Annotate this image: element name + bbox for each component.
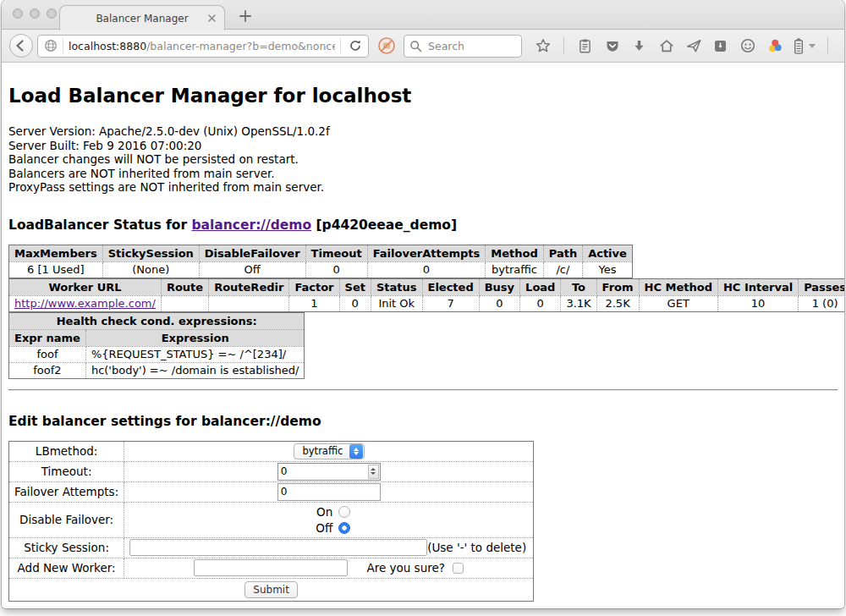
worker-url-link[interactable]: http://www.example.com/	[14, 297, 156, 310]
table-header-row: Expr name Expression	[9, 329, 305, 346]
chevron-down-icon[interactable]	[809, 44, 816, 48]
pocket-icon[interactable]	[603, 37, 621, 55]
notice-persist: Balancer changes will NOT be persisted o…	[8, 152, 838, 167]
are-you-sure-checkbox[interactable]	[453, 563, 464, 574]
toolbar-icons	[534, 37, 844, 55]
sticky-session-input[interactable]	[129, 539, 427, 556]
timeout-label: Timeout:	[9, 461, 124, 481]
submit-button[interactable]: Submit	[244, 581, 298, 598]
downloads-icon[interactable]	[630, 37, 648, 55]
balancer-settings-form: LBmethod: bytraffic Timeout:	[8, 441, 534, 602]
lbmethod-row: LBmethod: bytraffic	[9, 441, 534, 461]
lbmethod-select[interactable]: bytraffic	[294, 443, 365, 459]
number-spinner-icon[interactable]	[368, 465, 379, 479]
server-built: Server Built: Feb 9 2016 07:00:20	[8, 139, 838, 153]
sticky-session-row: Sticky Session: (Use '-' to delete)	[9, 537, 534, 558]
disable-failover-label: Disable Failover:	[9, 502, 124, 537]
search-input[interactable]	[426, 39, 511, 53]
reading-list-icon[interactable]	[576, 37, 594, 55]
home-icon[interactable]	[657, 37, 675, 55]
table-row: foof2 hc('body') =~ /domain is establish…	[9, 362, 305, 378]
url-text[interactable]: localhost:8880/balancer-manager?b=demo&n…	[69, 40, 335, 52]
sticky-session-hint: (Use '-' to delete)	[427, 541, 528, 554]
zoom-window-icon[interactable]	[47, 8, 57, 19]
globe-icon	[44, 39, 58, 52]
health-check-table: Health check cond. expressions: Expr nam…	[8, 312, 305, 379]
failover-attempts-row: Failover Attempts:	[9, 481, 534, 502]
multi-color-icon[interactable]	[766, 37, 783, 55]
navigation-toolbar: localhost:8880/balancer-manager?b=demo&n…	[2, 30, 844, 63]
submit-row: Submit	[9, 578, 534, 601]
bookmark-star-icon[interactable]	[534, 37, 552, 55]
back-button[interactable]	[9, 34, 33, 58]
disable-failover-row: Disable Failover: On Off	[9, 502, 534, 537]
url-bar[interactable]: localhost:8880/balancer-manager?b=demo&n…	[37, 35, 369, 58]
page-content: Load Balancer Manager for localhost Serv…	[2, 63, 844, 608]
section-divider	[8, 389, 838, 391]
table-row: 6 [1 Used] (None) Off 0 0 bytraffic /c/ …	[9, 261, 633, 278]
toolbar-separator	[563, 37, 564, 54]
notice-proxypass: ProxyPass settings are NOT inherited fro…	[8, 180, 838, 195]
worker-table: Worker URL Route RouteRedir Factor Set S…	[8, 278, 844, 312]
back-icon	[13, 37, 30, 54]
radio-on-label: On	[307, 505, 332, 519]
minimize-window-icon[interactable]	[30, 8, 40, 19]
failover-attempts-label: Failover Attempts:	[9, 481, 124, 502]
search-bar[interactable]	[404, 35, 522, 58]
balancer-demo-link[interactable]: balancer://demo	[191, 217, 311, 233]
battery-icon[interactable]	[793, 37, 805, 55]
window-controls[interactable]	[13, 8, 57, 19]
radio-off[interactable]	[338, 522, 350, 534]
reload-button[interactable]	[346, 39, 365, 52]
search-icon	[409, 40, 422, 52]
loadbalancer-status-heading: LoadBalancer Status for balancer://demo …	[8, 217, 838, 233]
radio-on[interactable]	[338, 506, 350, 518]
add-worker-row: Add New Worker: Are you sure?	[9, 558, 534, 578]
tab-close-icon[interactable]	[207, 14, 217, 23]
sticky-session-label: Sticky Session:	[9, 537, 124, 558]
tab-title: Balancer Manager	[96, 13, 188, 25]
radio-off-label: Off	[307, 521, 332, 535]
tab-balancer-manager[interactable]: Balancer Manager	[59, 5, 225, 30]
close-window-icon[interactable]	[13, 8, 23, 19]
disable-failover-radios: On Off	[129, 503, 528, 536]
table-header-row: Worker URL Route RouteRedir Factor Set S…	[9, 278, 845, 295]
are-you-sure-label: Are you sure?	[366, 561, 445, 575]
table-row: http://www.example.com/ 1 0 Init Ok 7 0 …	[9, 295, 845, 311]
notice-inherit: Balancers are NOT inherited from main se…	[8, 167, 838, 181]
table-title-row: Health check cond. expressions:	[9, 312, 305, 329]
timeout-field-wrap	[277, 463, 381, 481]
server-info: Server Version: Apache/2.5.0-dev (Unix) …	[8, 124, 838, 195]
screenshot-icon[interactable]	[711, 37, 729, 55]
forget-icon[interactable]	[739, 37, 756, 55]
menu-icon[interactable]	[840, 37, 844, 55]
edit-settings-heading: Edit balancer settings for balancer://de…	[8, 414, 838, 429]
tab-strip: Balancer Manager	[2, 0, 844, 30]
failover-attempts-input[interactable]	[277, 483, 381, 501]
urlbar-separator	[63, 39, 63, 53]
select-stepper-icon	[349, 444, 363, 459]
send-icon[interactable]	[684, 37, 702, 55]
page-title: Load Balancer Manager for localhost	[8, 85, 838, 107]
browser-window: Balancer Manager localhost:8880/balancer…	[2, 0, 844, 608]
add-worker-label: Add New Worker:	[9, 558, 124, 578]
balancer-status-table: MaxMembers StickySession DisableFailover…	[8, 245, 633, 278]
blocked-content-icon[interactable]	[377, 36, 396, 55]
add-worker-input[interactable]	[194, 559, 348, 576]
reload-icon	[349, 39, 362, 52]
table-header-row: MaxMembers StickySession DisableFailover…	[9, 245, 633, 261]
server-version: Server Version: Apache/2.5.0-dev (Unix) …	[8, 124, 838, 139]
timeout-row: Timeout:	[9, 461, 534, 481]
lbmethod-label: LBmethod:	[9, 441, 124, 461]
timeout-input[interactable]	[278, 464, 367, 480]
toolbar-separator2	[827, 37, 828, 54]
table-row: foof %{REQUEST_STATUS} =~ /^[234]/	[9, 346, 305, 362]
urlbar-separator2	[340, 39, 341, 53]
new-tab-icon[interactable]	[237, 8, 254, 25]
